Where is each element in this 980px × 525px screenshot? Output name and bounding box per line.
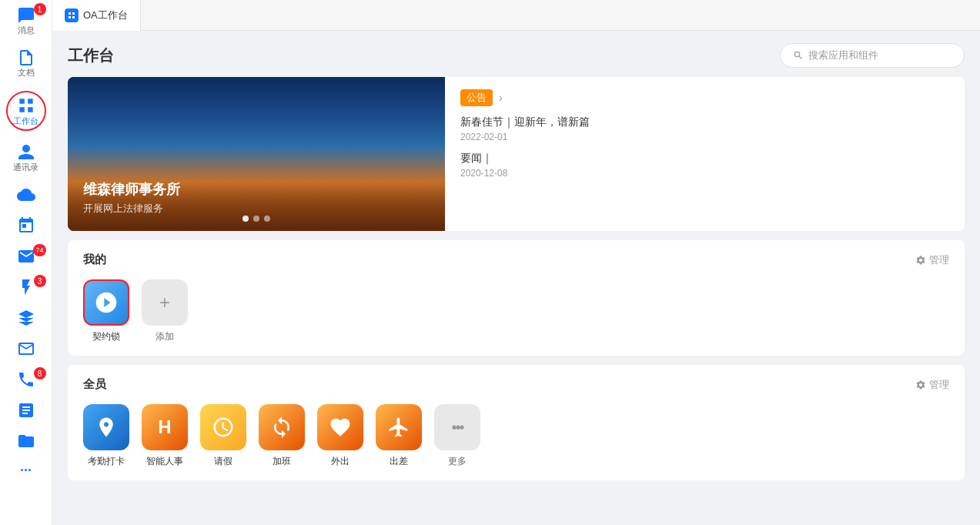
announcement-title-1: 要闻｜: [460, 152, 949, 166]
overtime-icon: [270, 416, 293, 439]
attendance-icon: [95, 416, 118, 439]
content-area: 工作台 搜索应用和组件 维森律师事务所 开展网上法律服务: [52, 31, 980, 525]
more-dots-icon: •••: [451, 419, 463, 436]
docs-icon: [17, 48, 35, 67]
attendance-icon-wrapper: [83, 404, 129, 450]
tab-label: OA工作台: [83, 8, 128, 22]
main-wrapper: OA工作台 工作台 搜索应用和组件: [52, 0, 980, 525]
leave-icon-wrapper: [200, 404, 246, 450]
sidebar-item-phone[interactable]: 8: [0, 364, 52, 395]
overtime-icon-wrapper: [259, 404, 305, 450]
sidebar-item-box[interactable]: [0, 303, 52, 333]
app-item-hr[interactable]: H 智能人事: [142, 404, 188, 468]
all-section-manage-button[interactable]: 管理: [915, 378, 949, 392]
dot-1: [242, 216, 249, 222]
message-icon: [17, 6, 35, 25]
sidebar-item-envelope[interactable]: [0, 333, 52, 364]
app-item-business[interactable]: 出差: [376, 404, 422, 468]
outing-icon-wrapper: [317, 404, 363, 450]
sidebar-item-folder[interactable]: [0, 426, 52, 456]
announcement-title-0: 新春佳节｜迎新年，谱新篇: [460, 115, 949, 129]
dot-3: [264, 216, 270, 222]
contacts-icon: [17, 143, 35, 162]
page-header: 工作台 搜索应用和组件: [68, 31, 965, 77]
lightning-badge: 3: [34, 275, 46, 287]
more-label: 更多: [448, 455, 467, 468]
messages-badge: 1: [34, 3, 46, 15]
lightning-icon: [17, 278, 35, 296]
tab-icon: [65, 8, 79, 22]
outing-label: 外出: [331, 455, 350, 468]
workspace-icon: [16, 95, 36, 115]
more-dots-icon: ···: [20, 463, 32, 479]
announcement-date-1: 2020-12-08: [460, 168, 949, 179]
add-label: 添加: [156, 330, 174, 343]
search-icon: [793, 50, 804, 61]
attendance-label: 考勤打卡: [88, 455, 125, 468]
business-icon-wrapper: [376, 404, 422, 450]
app-item-attendance[interactable]: 考勤打卡: [83, 404, 129, 468]
banner-announcement-card: 维森律师事务所 开展网上法律服务 公告 ›: [68, 77, 965, 231]
notepad-icon: [17, 401, 35, 420]
leave-icon: [212, 416, 235, 439]
envelope-icon: [17, 339, 35, 358]
all-manage-gear-icon: [915, 380, 926, 390]
sidebar-item-cloud[interactable]: [0, 179, 52, 210]
sidebar-item-contacts[interactable]: 通讯录: [0, 137, 52, 179]
qiyue-icon: [94, 290, 119, 315]
all-apps-grid: 考勤打卡 H 智能人事: [83, 404, 949, 468]
announcement-panel: 公告 › 新春佳节｜迎新年，谱新篇 2022-02-01 要闻｜ 2020-12…: [445, 77, 965, 231]
banner-company-name: 维森律师事务所: [83, 180, 180, 199]
announcement-tag: 公告: [460, 89, 493, 106]
overtime-label: 加班: [273, 455, 291, 468]
outing-icon: [329, 416, 352, 439]
all-section-title: 全员: [83, 377, 106, 392]
app-item-more[interactable]: ••• 更多: [434, 404, 480, 468]
banner-image: 维森律师事务所 开展网上法律服务: [68, 77, 445, 231]
sidebar-item-docs[interactable]: 文档: [0, 42, 52, 85]
qiyue-label: 契约锁: [92, 330, 120, 343]
all-section-card: 全员 管理: [68, 365, 965, 480]
sidebar-item-messages[interactable]: 1 消息: [0, 0, 52, 42]
announcement-item-1[interactable]: 要闻｜ 2020-12-08: [460, 152, 949, 179]
sidebar: 1 消息 文档 工作台 通讯录: [0, 0, 52, 525]
phone-badge: 8: [34, 367, 46, 380]
search-placeholder: 搜索应用和组件: [808, 48, 878, 62]
qiyue-icon-wrapper: [83, 279, 129, 326]
business-icon: [387, 416, 410, 439]
all-manage-label: 管理: [929, 378, 949, 392]
app-item-outing[interactable]: 外出: [317, 404, 363, 468]
hr-icon-wrapper: H: [142, 404, 188, 450]
tab-bar: OA工作台: [52, 0, 980, 31]
sidebar-item-calendar[interactable]: [0, 210, 52, 241]
sidebar-label-workspace: 工作台: [13, 115, 38, 127]
box-icon: [17, 309, 35, 327]
app-item-add[interactable]: + 添加: [142, 279, 188, 343]
my-section-card: 我的 管理: [68, 240, 965, 356]
my-manage-label: 管理: [929, 253, 949, 267]
announcement-item-0[interactable]: 新春佳节｜迎新年，谱新篇 2022-02-01: [460, 115, 949, 142]
sidebar-label-docs: 文档: [18, 67, 35, 79]
phone-icon: [17, 370, 35, 389]
sidebar-label-contacts: 通讯录: [13, 162, 38, 173]
app-item-leave[interactable]: 请假: [200, 404, 246, 468]
sidebar-item-more[interactable]: ···: [0, 456, 52, 485]
leave-label: 请假: [214, 455, 232, 468]
announcement-arrow-icon[interactable]: ›: [499, 92, 503, 104]
sidebar-item-notepad[interactable]: [0, 395, 52, 426]
banner-company-subtitle: 开展网上法律服务: [83, 202, 180, 216]
mail-icon: [17, 247, 35, 266]
app-item-qiyue[interactable]: 契约锁: [83, 279, 129, 343]
my-section-manage-button[interactable]: 管理: [915, 253, 949, 267]
sidebar-item-mail[interactable]: 74: [0, 241, 52, 272]
business-label: 出差: [390, 455, 408, 468]
announcement-date-0: 2022-02-01: [460, 132, 949, 142]
more-icon-wrapper: •••: [434, 404, 480, 450]
add-icon-wrapper: +: [142, 279, 188, 326]
sidebar-item-workspace[interactable]: 工作台: [0, 85, 52, 137]
workspace-tab[interactable]: OA工作台: [52, 0, 141, 31]
sidebar-item-lightning[interactable]: 3: [0, 272, 52, 303]
search-box[interactable]: 搜索应用和组件: [780, 43, 965, 68]
app-item-overtime[interactable]: 加班: [259, 404, 305, 468]
cloud-icon: [17, 186, 35, 204]
